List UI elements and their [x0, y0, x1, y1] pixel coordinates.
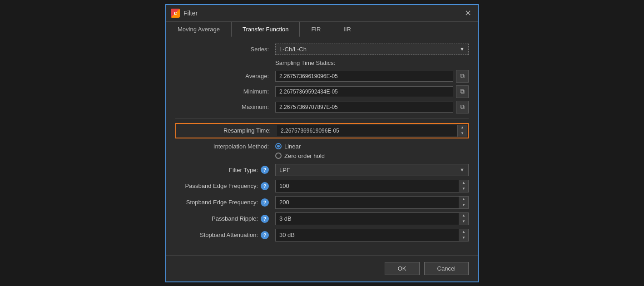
passband-ripple-decrement[interactable]: ▼ — [459, 219, 468, 225]
maximum-value: 2.26757369707897E-05 — [275, 102, 453, 113]
filter-type-help-icon[interactable]: ? — [261, 166, 269, 174]
close-button[interactable]: ✕ — [462, 8, 473, 19]
average-label: Average: — [175, 73, 275, 79]
passband-ripple-label: Passband Ripple: — [212, 215, 258, 222]
minimum-label: Minimum: — [175, 88, 275, 95]
ok-button[interactable]: OK — [385, 262, 420, 275]
passband-edge-row: Passband Edge Frequency: ? ▲ ▼ — [175, 180, 469, 192]
sampling-header: Sampling Time Statics: — [175, 59, 469, 66]
passband-ripple-increment[interactable]: ▲ — [459, 213, 468, 219]
passband-edge-label: Passband Edge Frequency: — [185, 182, 258, 189]
filter-type-row: Filter Type: ? LPF ▼ — [175, 164, 469, 176]
maximum-row: Maximum: 2.26757369707897E-05 ⧉ — [175, 101, 469, 113]
stopband-edge-help-icon[interactable]: ? — [261, 198, 269, 207]
passband-edge-decrement[interactable]: ▼ — [459, 186, 468, 192]
maximum-label: Maximum: — [175, 104, 275, 110]
radio-zero-order-hold[interactable]: Zero order hold — [275, 153, 325, 159]
divider — [175, 118, 469, 118]
filter-type-label: Filter Type: — [229, 167, 258, 173]
tab-fir[interactable]: FIR — [300, 22, 332, 37]
app-icon: c — [171, 9, 180, 18]
resampling-increment-button[interactable]: ▲ — [458, 125, 467, 131]
interpolation-label: Interpolation Method: — [175, 143, 275, 150]
average-copy-button[interactable]: ⧉ — [456, 70, 469, 83]
cancel-button[interactable]: Cancel — [424, 262, 469, 275]
content-area: Series: L-Ch/L-Ch ▼ Sampling Time Static… — [166, 37, 478, 251]
passband-ripple-input[interactable] — [276, 213, 459, 224]
sampling-rows: Average: 2.26757369619096E-05 ⧉ Minimum:… — [175, 70, 469, 113]
stopband-atten-row: Stopband Attenuation: ? ▲ ▼ — [175, 229, 469, 242]
filter-type-value: LPF — [279, 167, 290, 173]
passband-edge-input[interactable] — [276, 180, 459, 192]
passband-ripple-row: Passband Ripple: ? ▲ ▼ — [175, 212, 469, 225]
tab-iir[interactable]: IIR — [332, 22, 362, 37]
resampling-decrement-button[interactable]: ▼ — [458, 131, 467, 137]
series-row: Series: L-Ch/L-Ch ▼ — [175, 44, 469, 55]
series-value: L-Ch/L-Ch — [279, 46, 307, 53]
maximum-copy-button[interactable]: ⧉ — [456, 101, 469, 113]
radio-zero-order-hold-circle — [275, 153, 282, 159]
series-dropdown-arrow: ▼ — [460, 46, 465, 52]
passband-edge-increment[interactable]: ▲ — [459, 180, 468, 186]
sampling-section: Sampling Time Statics: Average: 2.267573… — [175, 59, 469, 113]
stopband-edge-spinner: ▲ ▼ — [275, 196, 469, 209]
radio-zero-order-hold-label: Zero order hold — [284, 153, 325, 159]
filter-type-dropdown-arrow: ▼ — [460, 167, 465, 173]
minimum-copy-button[interactable]: ⧉ — [456, 85, 469, 98]
minimum-value: 2.26757369592434E-05 — [275, 86, 453, 97]
stopband-edge-row: Stopband Edge Frequency: ? ▲ ▼ — [175, 196, 469, 209]
resampling-input[interactable] — [277, 125, 457, 136]
filter-dialog: c Filter ✕ Moving Average Transfer Funct… — [165, 4, 479, 282]
stopband-edge-increment[interactable]: ▲ — [459, 197, 468, 202]
title-bar: c Filter ✕ — [166, 5, 478, 22]
radio-linear[interactable]: Linear — [275, 143, 325, 150]
resampling-label: Resampling Time: — [177, 127, 277, 134]
passband-edge-spinner: ▲ ▼ — [275, 180, 469, 192]
tab-bar: Moving Average Transfer Function FIR IIR — [166, 22, 478, 37]
series-label: Series: — [175, 46, 275, 53]
stopband-edge-label: Stopband Edge Frequency: — [186, 199, 258, 206]
stopband-atten-help-icon[interactable]: ? — [261, 231, 269, 239]
average-value: 2.26757369619096E-05 — [275, 71, 453, 82]
minimum-row: Minimum: 2.26757369592434E-05 ⧉ — [175, 85, 469, 98]
resampling-spinners: ▲ ▼ — [457, 125, 467, 137]
radio-linear-label: Linear — [284, 143, 301, 150]
footer: OK Cancel — [166, 255, 478, 281]
stopband-atten-decrement[interactable]: ▼ — [459, 235, 468, 241]
filter-type-dropdown[interactable]: LPF ▼ — [275, 164, 469, 176]
sampling-title: Sampling Time Statics: — [275, 59, 335, 66]
radio-linear-circle — [275, 143, 282, 149]
stopband-atten-label: Stopband Attenuation: — [200, 232, 258, 238]
stopband-atten-increment[interactable]: ▲ — [459, 229, 468, 235]
stopband-atten-spinner: ▲ ▼ — [275, 229, 469, 242]
interpolation-row: Interpolation Method: Linear Zero order … — [175, 143, 469, 159]
tab-transfer-function[interactable]: Transfer Function — [231, 22, 300, 37]
dialog-title: Filter — [183, 10, 198, 17]
series-field: L-Ch/L-Ch ▼ — [275, 44, 469, 55]
average-row: Average: 2.26757369619096E-05 ⧉ — [175, 70, 469, 83]
resampling-row: Resampling Time: ▲ ▼ — [175, 123, 469, 138]
stopband-edge-decrement[interactable]: ▼ — [459, 202, 468, 208]
passband-ripple-spinner: ▲ ▼ — [275, 212, 469, 225]
stopband-edge-input[interactable] — [276, 197, 459, 208]
tab-moving-average[interactable]: Moving Average — [166, 22, 231, 37]
interpolation-options: Linear Zero order hold — [275, 143, 325, 159]
passband-edge-help-icon[interactable]: ? — [261, 182, 269, 190]
series-dropdown[interactable]: L-Ch/L-Ch ▼ — [275, 44, 469, 55]
passband-ripple-help-icon[interactable]: ? — [261, 215, 269, 223]
stopband-atten-input[interactable] — [276, 229, 459, 241]
